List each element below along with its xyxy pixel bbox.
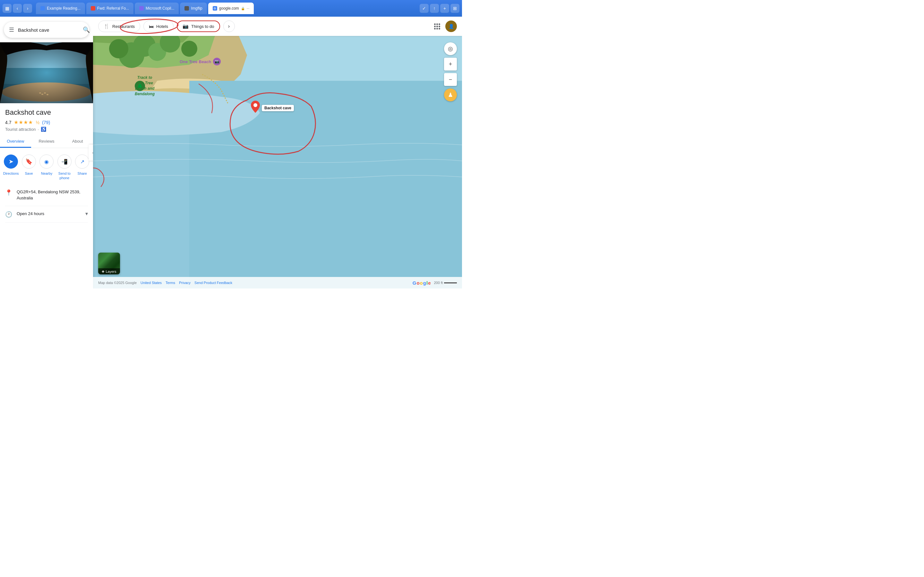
new-tab-btn[interactable]: + [440, 4, 449, 13]
save-icon: 🔖 [25, 158, 32, 165]
share-button[interactable]: ↗ Share [74, 155, 90, 181]
rating-row: 4.7 ★★★★ ½ (79) [5, 119, 88, 125]
map-area[interactable]: 🍴 Restaurants 🛏 Hotels 📷 Things to do › [93, 17, 462, 288]
tab-reading[interactable]: Example Reading... [36, 3, 85, 14]
tab-google[interactable]: G google.com 🔒 ··· [208, 3, 254, 14]
layers-diamond-icon: ◈ [102, 269, 104, 274]
hotels-label: Hotels [156, 24, 168, 29]
street-view-btn[interactable]: ♟ [444, 89, 457, 101]
tab-favicon-reading [40, 6, 45, 11]
filter-things-to-do-btn[interactable]: 📷 Things to do [177, 21, 220, 32]
tab-copilot[interactable]: Microsoft Copil... [135, 3, 179, 14]
category-separator: · [37, 127, 39, 132]
google-g-red2: e [428, 280, 431, 285]
save-button[interactable]: 🔖 Save [21, 155, 37, 181]
browser-action-buttons: ✓ ↑ + ⊞ [420, 4, 459, 13]
directions-label: Directions [3, 171, 19, 176]
share-icon: ↗ [80, 159, 84, 165]
my-location-btn[interactable]: ◎ [444, 42, 457, 55]
person-icon: ♟ [448, 91, 453, 98]
svg-point-17 [181, 41, 197, 57]
map-copyright: Map data ©2025 Google [98, 281, 137, 285]
zoom-out-btn[interactable]: − [444, 73, 457, 86]
category-row: Tourist attraction · ♿ [5, 127, 88, 132]
layers-thumbnail: ◈ Layers [98, 253, 120, 274]
tab-label-imgflip: Imgflip [191, 6, 202, 11]
stars-icon: ★★★★ [14, 119, 33, 125]
beach-photo-icon[interactable]: 📷 [213, 58, 221, 65]
tab-favicon-referral [91, 6, 95, 11]
browser-controls: ▦ ‹ › [3, 4, 32, 13]
scale-bar: 200 ft [434, 281, 457, 285]
hours-row: 🕐 Open 24 hours ▾ [5, 206, 88, 223]
send-to-phone-label: Send tophone [58, 171, 71, 181]
minus-icon: − [449, 76, 452, 83]
directions-icon-circle: ➤ [4, 155, 18, 169]
scale-text: 200 ft [434, 281, 443, 285]
nearby-icon: ◉ [44, 159, 49, 165]
tab-label-referral: Fwd: Referral Fo... [97, 6, 129, 11]
layers-label-bar: ◈ Layers [98, 268, 120, 274]
footer-link-privacy[interactable]: Privacy [179, 281, 191, 285]
hours-text: Open 24 hours [17, 211, 44, 217]
avatar-initial: 👤 [449, 24, 454, 29]
send-to-phone-button[interactable]: 📲 Send tophone [57, 155, 72, 181]
search-input[interactable] [18, 27, 79, 33]
tab-imgflip[interactable]: Imgflip [180, 3, 207, 14]
grid-dots [434, 23, 440, 29]
sidebar-toggle-btn[interactable]: ▦ [3, 4, 11, 13]
address-icon: 📍 [5, 189, 12, 196]
browser-chrome: ▦ ‹ › Example Reading... Fwd: Referral F… [0, 0, 462, 17]
place-name: Backshot cave [5, 108, 88, 117]
tabs-overview-btn[interactable]: ⊞ [451, 4, 459, 13]
save-icon-circle: 🔖 [22, 155, 36, 169]
hotels-icon: 🛏 [149, 24, 153, 29]
review-count[interactable]: (79) [42, 120, 50, 125]
filter-restaurants-btn[interactable]: 🍴 Restaurants [98, 21, 140, 32]
svg-point-6 [41, 93, 43, 95]
marker-pin-svg [250, 100, 260, 113]
layers-button[interactable]: ◈ Layers [98, 253, 120, 274]
user-avatar[interactable]: 👤 [445, 21, 457, 32]
main-layout: ☰ 🔍 ✕ [0, 17, 462, 288]
svg-point-18 [254, 103, 257, 107]
info-section: 📍 QG2R+54, Bendalong NSW 2539, Australia… [0, 184, 93, 223]
shield-btn[interactable]: ✓ [420, 4, 429, 13]
svg-rect-4 [0, 42, 93, 103]
footer-link-us[interactable]: United States [141, 281, 162, 285]
search-icon[interactable]: 🔍 [83, 26, 90, 33]
tab-overview[interactable]: Overview [0, 135, 31, 148]
map-footer-links: Map data ©2025 Google United States Term… [98, 281, 232, 285]
footer-link-terms[interactable]: Terms [166, 281, 175, 285]
hours-expand-icon[interactable]: ▾ [86, 211, 88, 217]
map-background [93, 17, 462, 288]
filter-hotels-btn[interactable]: 🛏 Hotels [144, 21, 174, 32]
directions-button[interactable]: ➤ Directions [3, 155, 19, 181]
footer-link-feedback[interactable]: Send Product Feedback [194, 281, 232, 285]
place-info-section: Backshot cave 4.7 ★★★★ ½ (79) Tourist at… [0, 103, 93, 132]
collapse-panel-btn[interactable]: ‹ [89, 145, 93, 161]
back-btn[interactable]: ‹ [13, 4, 22, 13]
filter-more-btn[interactable]: › [223, 21, 235, 32]
forward-btn[interactable]: › [23, 4, 32, 13]
nearby-button[interactable]: ◉ Nearby [39, 155, 54, 181]
place-marker[interactable]: Backshot cave [250, 100, 294, 115]
zoom-in-btn[interactable]: + [444, 58, 457, 71]
tab-label-google: google.com [219, 6, 239, 11]
hours-icon: 🕐 [5, 211, 12, 218]
place-photo[interactable] [0, 42, 93, 103]
address-row: 📍 QG2R+54, Bendalong NSW 2539, Australia [5, 184, 88, 206]
beach-name: One Tree Beach [180, 59, 211, 64]
tab-reviews[interactable]: Reviews [31, 135, 62, 148]
tab-referral[interactable]: Fwd: Referral Fo... [86, 3, 134, 14]
share-browser-btn[interactable]: ↑ [430, 4, 439, 13]
things-to-do-label: Things to do [191, 24, 214, 29]
hamburger-menu-icon[interactable]: ☰ [9, 26, 14, 33]
apps-grid-icon[interactable] [431, 21, 443, 32]
tab-label-copilot: Microsoft Copil... [145, 6, 174, 11]
share-icon-circle: ↗ [75, 155, 89, 169]
track-label-group: 🌲 Track to One TreeBeach and Bendalong [135, 81, 145, 91]
svg-point-7 [44, 92, 46, 93]
things-to-do-icon: 📷 [183, 23, 189, 29]
action-buttons: ➤ Directions 🔖 Save ◉ Nearby 📲 [0, 148, 93, 184]
